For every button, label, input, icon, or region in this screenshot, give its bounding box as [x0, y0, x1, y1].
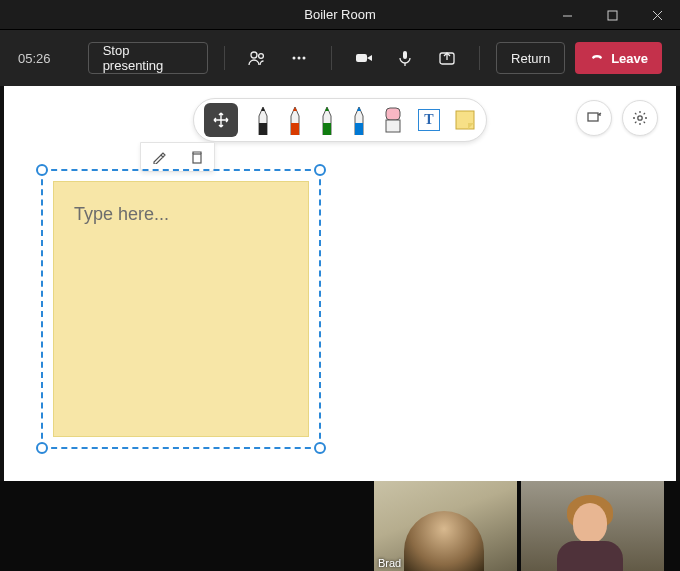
pen-green[interactable]: [318, 105, 336, 135]
divider: [479, 46, 480, 70]
resize-handle-tl[interactable]: [36, 164, 48, 176]
participant-video[interactable]: [521, 481, 664, 571]
resize-handle-br[interactable]: [314, 442, 326, 454]
share-icon[interactable]: [431, 42, 463, 74]
sticky-note-selection[interactable]: Type here...: [41, 169, 321, 449]
svg-point-8: [302, 57, 305, 60]
pen-red[interactable]: [286, 105, 304, 135]
svg-point-5: [259, 54, 264, 59]
call-timer: 05:26: [18, 51, 78, 66]
leave-label: Leave: [611, 51, 648, 66]
sticky-placeholder: Type here...: [74, 204, 169, 224]
copy-icon[interactable]: [186, 147, 206, 167]
whiteboard-toolbar: T: [193, 98, 487, 142]
close-button[interactable]: [635, 0, 680, 30]
svg-rect-16: [193, 154, 201, 163]
svg-point-7: [297, 57, 300, 60]
video-strip: Brad: [0, 481, 680, 571]
edit-icon[interactable]: [149, 147, 169, 167]
stop-presenting-button[interactable]: Stop presenting: [88, 42, 209, 74]
divider: [224, 46, 225, 70]
svg-rect-15: [456, 111, 474, 129]
present-mode-button[interactable]: [576, 100, 612, 136]
text-tool[interactable]: T: [418, 109, 440, 131]
move-tool-button[interactable]: [204, 103, 238, 137]
divider: [331, 46, 332, 70]
svg-rect-13: [386, 108, 400, 120]
settings-button[interactable]: [622, 100, 658, 136]
svg-rect-17: [588, 113, 598, 121]
leave-button[interactable]: Leave: [575, 42, 662, 74]
return-button[interactable]: Return: [496, 42, 565, 74]
svg-point-6: [292, 57, 295, 60]
svg-rect-14: [386, 120, 400, 132]
mic-icon[interactable]: [390, 42, 422, 74]
camera-icon[interactable]: [348, 42, 380, 74]
pen-blue[interactable]: [350, 105, 368, 135]
svg-point-18: [638, 116, 642, 120]
window-title: Boiler Room: [304, 7, 376, 22]
resize-handle-bl[interactable]: [36, 442, 48, 454]
svg-rect-10: [403, 51, 407, 59]
more-icon[interactable]: [283, 42, 315, 74]
svg-rect-9: [356, 54, 367, 62]
svg-point-4: [251, 52, 257, 58]
participant-name: Brad: [378, 557, 401, 569]
resize-handle-tr[interactable]: [314, 164, 326, 176]
meeting-toolbar: 05:26 Stop presenting Return Leave: [0, 30, 680, 86]
sticky-note-tool[interactable]: [454, 109, 476, 131]
eraser-tool[interactable]: [382, 106, 404, 134]
pen-black[interactable]: [254, 105, 272, 135]
whiteboard-canvas[interactable]: T Type here...: [4, 86, 676, 481]
svg-rect-1: [608, 11, 617, 20]
selection-sub-toolbar: [140, 142, 215, 172]
people-icon[interactable]: [241, 42, 273, 74]
titlebar: Boiler Room: [0, 0, 680, 30]
minimize-button[interactable]: [545, 0, 590, 30]
participant-video[interactable]: Brad: [374, 481, 517, 571]
maximize-button[interactable]: [590, 0, 635, 30]
sticky-note[interactable]: Type here...: [53, 181, 309, 437]
